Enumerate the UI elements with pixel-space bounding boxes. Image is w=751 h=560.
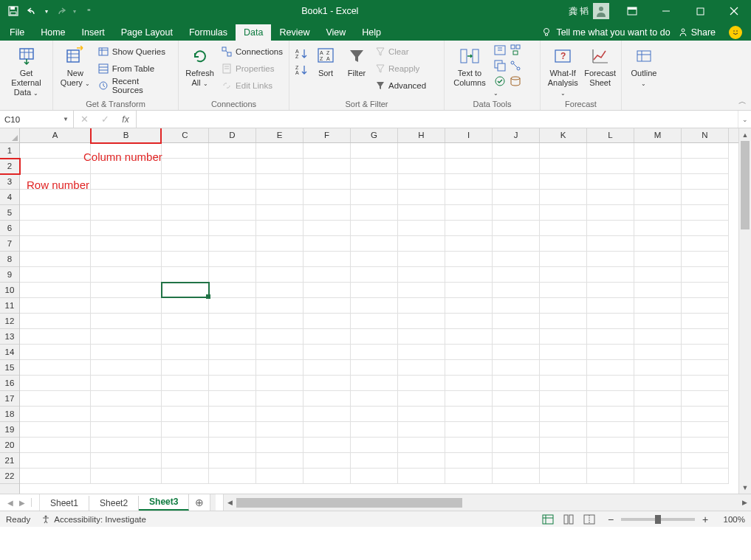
cell[interactable]: [540, 345, 587, 360]
save-icon[interactable]: [4, 2, 22, 20]
cell[interactable]: [162, 143, 209, 159]
cell[interactable]: [682, 314, 729, 329]
cell[interactable]: [398, 143, 445, 159]
cell[interactable]: [398, 283, 445, 298]
cell[interactable]: [91, 174, 162, 190]
cell[interactable]: [445, 205, 493, 221]
cell[interactable]: [351, 267, 398, 283]
row-header-7[interactable]: 7: [0, 236, 19, 252]
feedback-smile-icon[interactable]: [729, 26, 742, 39]
cell[interactable]: [398, 314, 445, 329]
cell[interactable]: [634, 205, 682, 221]
cell[interactable]: [682, 283, 729, 298]
cell[interactable]: [162, 391, 209, 407]
cell[interactable]: [256, 190, 304, 205]
cell[interactable]: [304, 314, 351, 329]
cell[interactable]: [351, 252, 398, 267]
cell[interactable]: [493, 298, 540, 314]
cell[interactable]: [540, 438, 587, 453]
cell[interactable]: [91, 236, 162, 252]
cell[interactable]: [634, 329, 682, 345]
cell[interactable]: [256, 453, 304, 469]
cell[interactable]: [91, 407, 162, 422]
cell[interactable]: [493, 376, 540, 391]
cell[interactable]: [445, 345, 493, 360]
cell[interactable]: [91, 453, 162, 469]
column-header-E[interactable]: E: [256, 128, 304, 142]
cell[interactable]: [540, 190, 587, 205]
cell[interactable]: [256, 252, 304, 267]
cell[interactable]: [587, 252, 634, 267]
cell[interactable]: [682, 438, 729, 453]
cell[interactable]: [304, 143, 351, 159]
cell[interactable]: [162, 376, 209, 391]
cell[interactable]: [256, 360, 304, 376]
cell[interactable]: [634, 143, 682, 159]
new-sheet-button[interactable]: ⊕: [189, 494, 210, 511]
cell[interactable]: [304, 391, 351, 407]
cell[interactable]: [20, 391, 91, 407]
cell[interactable]: [209, 298, 256, 314]
cell[interactable]: [540, 252, 587, 267]
cell[interactable]: [493, 143, 540, 159]
cell[interactable]: [20, 143, 91, 159]
cell[interactable]: [91, 283, 162, 298]
sort-button[interactable]: AZZA Sort: [312, 44, 340, 78]
cell[interactable]: [304, 174, 351, 190]
cell[interactable]: [304, 407, 351, 422]
cell[interactable]: [20, 190, 91, 205]
view-page-break-button[interactable]: [580, 512, 599, 527]
relationships-button[interactable]: [509, 59, 522, 72]
row-header-18[interactable]: 18: [0, 407, 19, 422]
cell[interactable]: [351, 469, 398, 484]
cell[interactable]: [304, 221, 351, 236]
cell[interactable]: [351, 174, 398, 190]
cell[interactable]: [209, 267, 256, 283]
cell[interactable]: [209, 159, 256, 174]
column-header-A[interactable]: A: [20, 128, 91, 142]
cell[interactable]: [162, 438, 209, 453]
cell[interactable]: [540, 298, 587, 314]
cell[interactable]: [587, 205, 634, 221]
cell[interactable]: [209, 391, 256, 407]
cell[interactable]: [209, 329, 256, 345]
cell[interactable]: [256, 205, 304, 221]
cell[interactable]: [256, 143, 304, 159]
cell[interactable]: [493, 205, 540, 221]
share-button[interactable]: Share: [678, 27, 716, 38]
cell[interactable]: [493, 236, 540, 252]
cell[interactable]: [91, 221, 162, 236]
user-account[interactable]: 龚 韬: [563, 3, 615, 19]
zoom-in-button[interactable]: +: [699, 514, 711, 525]
cell[interactable]: [304, 453, 351, 469]
cell[interactable]: [540, 469, 587, 484]
cell[interactable]: [304, 298, 351, 314]
scroll-left-icon[interactable]: ◀: [224, 499, 236, 506]
row-header-4[interactable]: 4: [0, 190, 19, 205]
cell[interactable]: [634, 283, 682, 298]
qat-customize-icon[interactable]: ⁼: [80, 2, 97, 20]
sort-asc-button[interactable]: AZ: [294, 48, 309, 60]
cell[interactable]: [351, 391, 398, 407]
cell[interactable]: [398, 159, 445, 174]
row-header-22[interactable]: 22: [0, 469, 19, 484]
cell[interactable]: [682, 453, 729, 469]
what-if-analysis-button[interactable]: ? What-IfAnalysis ⌄: [545, 44, 580, 98]
cell[interactable]: [587, 407, 634, 422]
tab-data[interactable]: Data: [236, 24, 271, 41]
accessibility-status[interactable]: Accessibility: Investigate: [41, 514, 146, 525]
cell[interactable]: [445, 190, 493, 205]
cell[interactable]: [304, 422, 351, 438]
cell[interactable]: [445, 391, 493, 407]
cell[interactable]: [540, 174, 587, 190]
cell[interactable]: [682, 221, 729, 236]
close-button[interactable]: [717, 0, 751, 22]
tab-page-layout[interactable]: Page Layout: [113, 24, 181, 41]
active-cell[interactable]: [161, 282, 210, 298]
cell[interactable]: [20, 360, 91, 376]
cell[interactable]: [162, 407, 209, 422]
cell[interactable]: [304, 283, 351, 298]
cell[interactable]: [256, 329, 304, 345]
cell[interactable]: [540, 407, 587, 422]
cell[interactable]: [304, 376, 351, 391]
